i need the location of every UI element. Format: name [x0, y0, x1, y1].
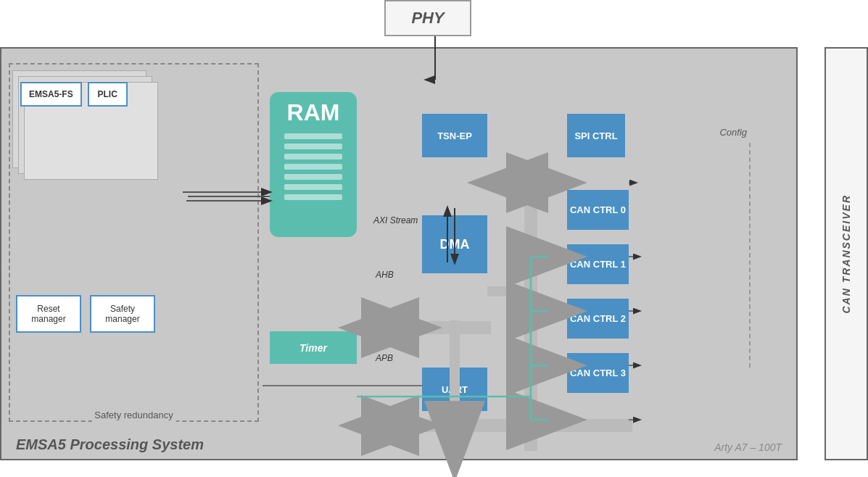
ram-line	[284, 164, 342, 170]
apb-label: APB	[376, 353, 393, 363]
config-dashed-line	[749, 143, 751, 368]
reset-manager-box: Reset manager	[16, 295, 81, 333]
uart-block: UART	[422, 368, 487, 411]
arty-label: Arty A7 – 100T	[714, 441, 782, 453]
plic-box: PLIC	[88, 82, 128, 107]
ram-line	[284, 154, 342, 159]
ahb-label: AHB	[376, 270, 394, 280]
dma-block: DMA	[422, 215, 487, 273]
can-transceiver-label: CAN TRANSCEIVER	[840, 194, 852, 314]
interrupts-label: Interrupts	[376, 320, 413, 331]
ram-line	[284, 174, 342, 180]
config-label: Config	[719, 127, 747, 138]
can-ctrl-3-block: CAN CTRL 3	[567, 353, 629, 393]
ram-line	[284, 194, 342, 200]
manager-boxes: Reset manager Safety manager	[16, 295, 155, 333]
can-ctrl-2-block: CAN CTRL 2	[567, 299, 629, 339]
ram-lines	[284, 133, 342, 200]
ram-line	[284, 144, 342, 149]
timer-block: Timer	[270, 331, 357, 364]
ram-label: RAM	[287, 99, 340, 126]
can-ctrl-0-block: CAN CTRL 0	[567, 190, 629, 230]
phy-label: PHY	[411, 9, 444, 28]
ram-line	[284, 133, 342, 139]
emsa5-fs-box: EMSA5-FS	[20, 82, 82, 107]
can-ctrl-1-block: CAN CTRL 1	[567, 244, 629, 284]
phy-box: PHY	[384, 0, 471, 36]
axi-stream-label: AXI Stream	[373, 215, 418, 225]
emsa5-processing-label: EMSA5 Processing System	[16, 436, 204, 453]
ram-line	[284, 184, 342, 190]
ram-block: RAM	[270, 92, 357, 237]
can-transceiver-box: CAN TRANSCEIVER	[824, 47, 868, 460]
main-outer-box: Safety redundancy EMSA5-FS PLIC Reset ma…	[0, 47, 798, 460]
cpu-boxes: EMSA5-FS PLIC	[20, 82, 128, 107]
spi-ctrl-block: SPI CTRL	[567, 114, 625, 157]
tsn-ep-block: TSN-EP	[422, 114, 487, 157]
safety-label: Safety redundancy	[91, 408, 175, 422]
safety-manager-box: Safety manager	[90, 295, 155, 333]
